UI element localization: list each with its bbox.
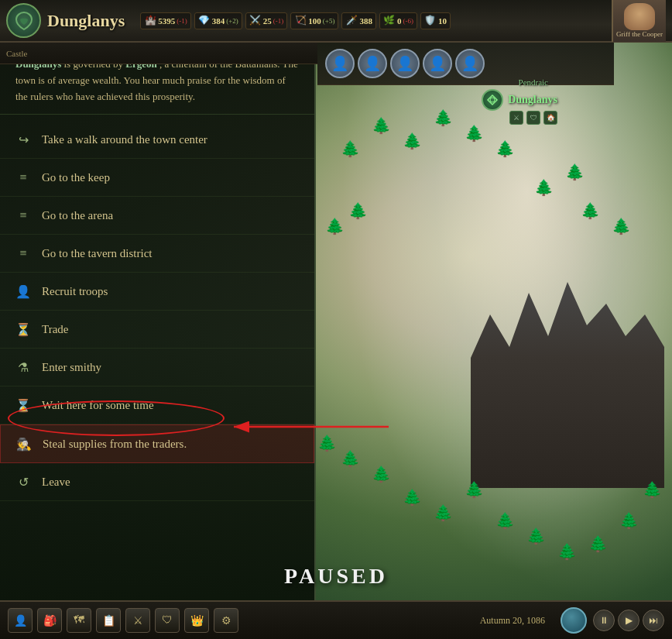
menu-item-icon-arena: ≡ xyxy=(12,204,34,226)
troop-icon-2: 👤 xyxy=(358,49,387,78)
paused-text: PAUSED xyxy=(284,564,388,589)
speed-globe xyxy=(561,607,587,634)
bottom-icon-party[interactable]: ⚔ xyxy=(125,608,150,633)
town-icon-3: 🏠 xyxy=(543,111,557,125)
menu-item-label-recruit: Recruit troops xyxy=(42,285,108,298)
left-panel: Dunglanys is governed by Ergeon , a chie… xyxy=(0,43,316,639)
menu-item-leave[interactable]: ↺ Leave xyxy=(0,463,314,501)
resource-item: 🏹 100 (+5) xyxy=(290,12,338,29)
menu-item-icon-steal: 🕵 xyxy=(13,433,35,455)
menu-item-icon-tavern: ≡ xyxy=(12,242,34,264)
bottom-icon-map[interactable]: 🗺 xyxy=(67,608,91,633)
resource-icon: 🌿 xyxy=(383,15,396,27)
resource-change: (+2) xyxy=(226,17,238,25)
town-icons-row: ⚔ 🛡 🏠 xyxy=(509,111,557,125)
bottom-bar: 👤 🎒 🗺 📋 ⚔ 🛡 👑 ⚙ Autumn 20, 1086 ⏸ ▶ ⏭ xyxy=(0,600,672,639)
bottom-icons: 👤 🎒 🗺 📋 ⚔ 🛡 👑 ⚙ xyxy=(8,608,238,633)
resource-item: 🌿 0 (-6) xyxy=(379,12,417,29)
pause-button[interactable]: ⏸ xyxy=(593,610,615,631)
menu-item-smithy[interactable]: ⚗ Enter smithy xyxy=(0,349,314,386)
troop-icon-4: 👤 xyxy=(423,49,452,78)
resource-value: 388 xyxy=(359,16,372,26)
resource-change: (-1) xyxy=(177,17,187,25)
resource-item: ⚔️ 25 (-1) xyxy=(245,12,288,29)
resource-icon: 🏰 xyxy=(144,15,156,27)
bottom-icon-settings[interactable]: ⚙ xyxy=(214,608,238,633)
bottom-icon-quest[interactable]: 📋 xyxy=(96,608,121,633)
resource-value: 384 xyxy=(212,16,225,26)
menu-item-label-leave: Leave xyxy=(42,476,70,489)
menu-item-recruit[interactable]: 👤 Recruit troops xyxy=(0,273,314,311)
play-button[interactable]: ▶ xyxy=(618,610,639,631)
menu-item-keep[interactable]: ≡ Go to the keep xyxy=(0,159,314,197)
resource-icon: 🗡️ xyxy=(345,15,358,27)
menu-item-trade[interactable]: ⏳ Trade xyxy=(0,311,314,349)
menu-item-icon-keep: ≡ xyxy=(12,167,34,188)
bottom-icon-kingdom[interactable]: 👑 xyxy=(184,608,209,633)
town-icon-2: 🛡 xyxy=(526,111,540,125)
menu-item-label-tavern: Go to the tavern district xyxy=(42,247,152,260)
bottom-date: Autumn 20, 1086 xyxy=(480,615,545,627)
troop-icon-1: 👤 xyxy=(325,49,355,78)
menu-item-label-steal: Steal supplies from the traders. xyxy=(43,438,187,451)
town-icon xyxy=(482,89,503,111)
bottom-icon-clan[interactable]: 🛡 xyxy=(155,608,180,633)
region-label: Pendraic xyxy=(519,77,548,87)
bottom-icon-bag[interactable]: 🎒 xyxy=(37,608,62,633)
menu-item-label-arena: Go to the arena xyxy=(42,209,113,222)
game-logo xyxy=(6,3,41,38)
bottom-icon-char[interactable]: 👤 xyxy=(8,608,33,633)
resource-icon: ⚔️ xyxy=(249,15,262,27)
resource-item: 🗡️ 388 xyxy=(341,12,376,29)
resource-icon: 🏹 xyxy=(294,15,307,27)
menu-item-tavern[interactable]: ≡ Go to the tavern district xyxy=(0,235,314,273)
resource-bar: 🏰 5395 (-1) 💎 384 (+2) ⚔️ 25 (-1) 🏹 100 … xyxy=(140,12,612,29)
menu-item-label-trade: Trade xyxy=(42,323,68,336)
town-label: Dunglanys xyxy=(482,89,557,111)
resource-item: 🏰 5395 (-1) xyxy=(140,12,191,29)
resource-change: (-6) xyxy=(403,17,413,25)
town-icon-1: ⚔ xyxy=(509,111,523,125)
resource-value: 10 xyxy=(438,16,447,26)
menu-item-steal[interactable]: 🕵 Steal supplies from the traders. xyxy=(0,424,314,463)
menu-item-arena[interactable]: ≡ Go to the arena xyxy=(0,197,314,235)
menu-item-label-smithy: Enter smithy xyxy=(42,361,101,374)
second-bar: Castle xyxy=(0,43,317,64)
resource-item: 💎 384 (+2) xyxy=(194,12,242,29)
menu-item-label-keep: Go to the keep xyxy=(42,171,110,184)
resource-change: (-1) xyxy=(273,17,284,25)
avatar-name: Griff the Cooper xyxy=(616,30,663,38)
menu-item-icon-smithy: ⚗ xyxy=(12,356,34,378)
avatar-face xyxy=(624,3,655,30)
bottom-controls: ⏸ ▶ ⏭ xyxy=(593,610,664,631)
resource-value: 100 xyxy=(308,16,321,26)
menu-item-icon-recruit: 👤 xyxy=(12,280,34,302)
top-bar: Dunglanys 🏰 5395 (-1) 💎 384 (+2) ⚔️ 25 (… xyxy=(0,0,672,43)
menu-item-icon-wait: ⌛ xyxy=(12,394,34,416)
resource-item: 🛡️ 10 xyxy=(420,12,451,29)
menu-item-icon-walk: ↪ xyxy=(12,129,34,150)
svg-point-0 xyxy=(490,98,495,102)
game-title: Dunglanys xyxy=(47,11,125,31)
resource-value: 25 xyxy=(263,16,272,26)
troop-icons-bar: 👤 👤 👤 👤 👤 xyxy=(317,43,614,85)
menu-item-label-walk: Take a walk around the town center xyxy=(42,133,207,146)
resource-icon: 🛡️ xyxy=(424,15,437,27)
avatar-panel: Griff the Cooper xyxy=(612,0,666,42)
menu-item-icon-leave: ↺ xyxy=(12,471,34,493)
menu-item-wait[interactable]: ⌛ Wait here for some time xyxy=(0,386,314,424)
breadcrumb: Castle xyxy=(6,49,28,58)
resource-icon: 💎 xyxy=(198,15,211,27)
troop-icon-3: 👤 xyxy=(390,49,420,78)
menu-item-label-wait: Wait here for some time xyxy=(42,399,154,412)
menu-item-icon-trade: ⏳ xyxy=(12,318,34,340)
resource-change: (+5) xyxy=(323,17,335,25)
menu-item-walk[interactable]: ↪ Take a walk around the town center xyxy=(0,121,314,159)
resource-value: 5395 xyxy=(158,16,175,26)
fast-forward-button[interactable]: ⏭ xyxy=(643,610,664,631)
troop-icon-5: 👤 xyxy=(455,49,485,78)
resource-value: 0 xyxy=(397,16,402,26)
menu-list: ↪ Take a walk around the town center ≡ G… xyxy=(0,115,314,507)
